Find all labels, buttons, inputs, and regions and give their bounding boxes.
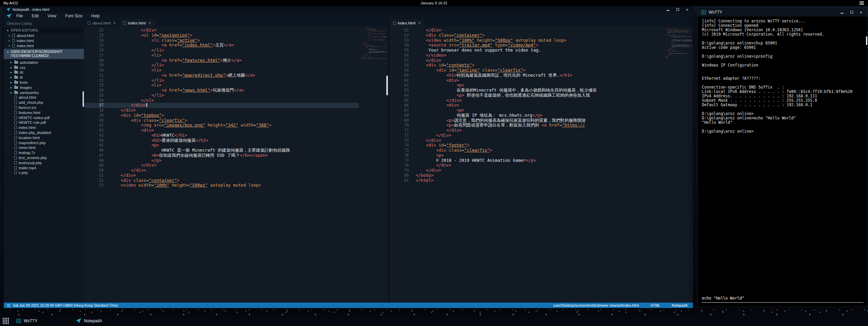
tree-folder[interactable]: ▸autostation [4,60,84,65]
tree-file[interactable]: mapredirect.php [4,140,84,145]
taskbar-app-notepada[interactable]: NotepadA [71,315,107,326]
tab[interactable]: index.html× [389,19,424,27]
editor-split-view: about.html×index.html× 22 </div>23 <ul i… [84,19,693,303]
menu-item-edit[interactable]: Edit [27,13,43,19]
code-text: <p> [416,83,664,88]
menu-item-view[interactable]: View [43,13,61,19]
folder-name: yamlyamlru [20,91,39,95]
code-token: autoplay muted loop [208,183,259,188]
terminal-line: D:\golang\aroz online> [702,112,864,116]
code-text: <li> [110,68,359,73]
tree-file[interactable]: location.html [4,135,84,140]
tree-file[interactable]: news.html [4,145,84,150]
tree-folder[interactable]: ▸dc [4,70,84,75]
close-icon[interactable]: × [8,44,11,48]
window-controls: × [666,8,690,12]
line-number: 63 [389,88,416,93]
terminal-output[interactable]: [info] Connecting to arozos WsTTY servic… [698,17,868,296]
arozos-system-menu[interactable]: My ArOZ [3,1,18,5]
terminal-input-row: echo "Hello World" [698,296,868,307]
code-editor[interactable]: 51 </div>52 <div class="container">53 <v… [389,27,693,303]
tree-file[interactable]: trailer.mp4 [4,165,84,170]
tree-root-item[interactable]: ▾ USER:/DESKTOP/SCREENSHOT /TEST/WWW CLE… [4,49,84,59]
code-token: </video> [416,53,446,58]
close-icon[interactable]: × [148,21,151,25]
editor-pane-2: index.html× 51 </div>52 <div class="cont… [389,19,693,303]
menu-item-file[interactable]: File [12,13,27,19]
notepada-menubar: FileEditViewFont SizeHelp [4,13,693,19]
tree-file[interactable]: teabag.7z [4,150,84,155]
taskbar-app-wstty[interactable]: WsTTY [12,315,42,326]
notepada-titlebar[interactable]: NotepadA - index.html × [4,6,693,13]
maximize-button[interactable] [850,11,853,14]
tree-file[interactable]: x.php [4,170,84,175]
code-editor[interactable]: 22 </div>23 <ul id="navigation">24 <li c… [84,27,388,303]
tree-file[interactable]: index.php_disabled [4,130,84,135]
terminal-line [702,72,864,76]
menu-item-help[interactable]: Help [87,13,104,19]
maximize-button[interactable] [676,8,679,12]
tree-file[interactable]: testmysql.php [4,160,84,165]
tree-file[interactable]: add_vhost.php [4,100,84,105]
terminal-line [702,81,864,85]
code-line: 78 </div> [389,163,664,168]
tree-file[interactable]: HKWTC notice.pdf [4,115,84,120]
minimap[interactable]: </div> <div class="container"> <video wi… [665,28,692,58]
minimize-button[interactable] [666,8,670,12]
file-name: HKWTC notice.pdf [19,116,50,120]
minimap[interactable]: </div> <ul id="navigation"> <li class="a… [360,28,387,59]
terminal-line: Active code page: 65001 [702,45,864,50]
code-token: </b></span> [240,153,268,158]
file-name: location.html [19,136,40,140]
code-token: = [462,148,464,153]
terminal-line: IPv4 Address. . . . . . . . . . . : 192.… [702,94,864,98]
minimize-button[interactable] [840,11,844,14]
file-list: about.htmladd_vhost.phpfavicon.icofeatur… [4,95,84,175]
code-text: <ul id="navigation"> [110,33,359,38]
scrollbar-thumb[interactable] [386,76,388,95]
wstty-titlebar[interactable]: WsTTY × [698,8,868,17]
close-icon[interactable]: × [113,21,116,25]
tree-file[interactable]: test_sockets.php [4,155,84,160]
open-editor-item[interactable]: ×about.html [4,33,84,38]
line-number: 51 [84,173,110,178]
close-button[interactable]: × [685,8,689,12]
file-name: index.html [17,44,34,48]
scrollbar-thumb[interactable] [866,36,867,45]
open-editor-item[interactable]: ×index.html [4,43,84,49]
terminal-input[interactable]: echo "Hello World" [702,296,864,303]
open-editor-item[interactable]: ×index.html [4,38,84,43]
open-editors-header[interactable]: ▾ OPEN EDITORS [4,27,84,33]
tab[interactable]: about.html× [84,19,120,27]
code-token: </h1> [560,73,572,78]
code-text: </div> [416,98,664,103]
tree-folder[interactable]: ▸yamlyamlru [4,90,84,95]
wstty-window: WsTTY × [info] Connecting to arozos WsTT… [697,7,868,307]
app-launcher-button[interactable] [0,315,12,326]
close-icon[interactable]: × [418,21,421,25]
tree-folder[interactable]: ▸dl [4,75,84,80]
code-token: > [467,143,470,148]
hamburger-menu-icon[interactable] [860,3,864,3]
tree-folder[interactable]: ▸css [4,65,84,70]
close-icon[interactable]: × [8,39,11,43]
tree-file[interactable]: about.html [4,95,84,100]
status-language[interactable]: HTML [651,303,660,307]
close-button[interactable]: × [859,11,863,14]
code-text: </div> [416,168,664,173]
code-line: 46 HKWTC 是一個 Minecraft 的建築伺服器，主要建築計劃包括鐵路 [84,148,359,153]
code-text: <p>請注意，我們的伺服器為確保玩家及遊玩時的質素，我們對的服務開放 [416,118,664,123]
line-number: 41 [84,123,110,128]
close-icon[interactable]: × [8,34,11,38]
tree-file[interactable]: index.html [4,125,84,130]
tab[interactable]: index.html× [120,19,155,27]
code-token: class [144,118,157,123]
menu-item-font-size[interactable]: Font Size [61,13,87,19]
tree-folder[interactable]: ▸fonts [4,80,84,85]
tree-file[interactable]: HKWTC rule.pdf [4,120,84,125]
tree-folder[interactable]: ▸images [4,85,84,90]
tree-file[interactable]: features.html [4,110,84,115]
code-text: </div> [110,103,359,108]
code-token: width [238,123,253,128]
tree-file[interactable]: favicon.ico [4,105,84,110]
